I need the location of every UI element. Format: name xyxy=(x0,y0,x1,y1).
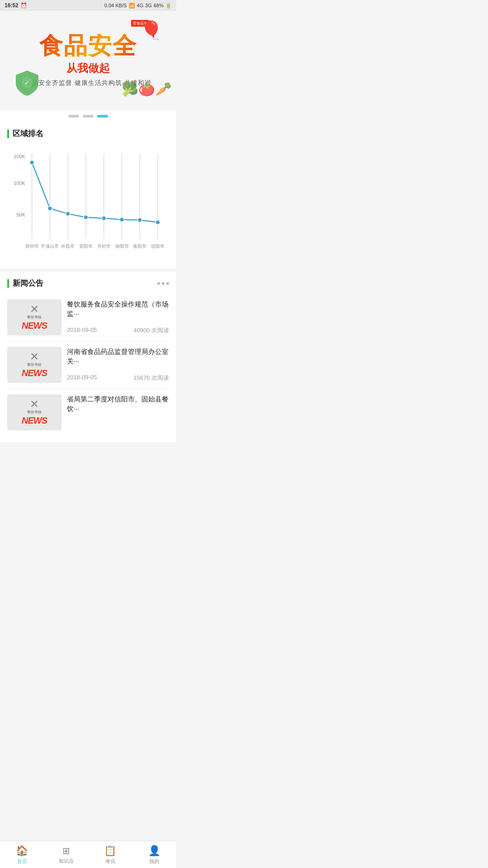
banner-main-text: 食品安全 xyxy=(39,34,137,57)
status-right-area: 0.04 KB/S 📶 4G 3G 68% 🔋 xyxy=(104,3,172,9)
banner-background: 安食品全 🎈 ✓ 食品安全 从我做起 食品安全齐监督 健康生活共构筑 共建和谐 … xyxy=(0,11,176,110)
news-date-2: 2018-09-05 xyxy=(67,374,97,382)
svg-text:平顶山市: 平顶山市 xyxy=(41,244,59,249)
news-title-1: 餐饮服务食品安全操作规范（市场监··· xyxy=(67,299,169,318)
news-title-2: 河南省食品药品监督管理局办公室关··· xyxy=(67,347,169,366)
svg-point-20 xyxy=(155,220,160,225)
vegetables-icon: 🥦🍅🥕 xyxy=(122,81,172,97)
news-content-3: 省局第二季度对信阳市、固始县餐饮··· xyxy=(67,394,169,413)
svg-text:洛阳市: 洛阳市 xyxy=(133,244,146,249)
signal-4g: 4G xyxy=(137,3,144,8)
status-bar: 16:52 ⏰ 0.04 KB/S 📶 4G 3G 68% 🔋 xyxy=(0,0,176,11)
svg-point-17 xyxy=(102,216,106,221)
svg-text:开封市: 开封市 xyxy=(97,244,111,249)
news-thumb-label-top-2: 餐饮考核 xyxy=(22,362,47,367)
news-meta-2: 2018-09-05 15670 次阅读 xyxy=(67,368,169,382)
news-thumb-text-1: NEWS xyxy=(22,321,47,331)
svg-text:许昌市: 许昌市 xyxy=(61,244,75,249)
wifi-icon: 📶 xyxy=(129,3,135,9)
battery-icon: 🔋 xyxy=(165,3,172,9)
banner-dot-2[interactable] xyxy=(83,115,94,118)
banner-dots xyxy=(0,110,176,122)
banner-title-area: 食品安全 从我做起 食品安全齐监督 健康生活共构筑 共建和谐 xyxy=(25,34,151,87)
signal-3g: 3G xyxy=(145,3,152,8)
svg-point-19 xyxy=(137,218,142,222)
news-dot-3 xyxy=(166,282,169,285)
news-item-2[interactable]: ✕ 餐饮考核 NEWS 河南省食品药品监督管理局办公室关··· 2018-09-… xyxy=(7,341,169,389)
banner-dot-1[interactable] xyxy=(68,115,79,118)
network-speed: 0.04 KB/S xyxy=(104,3,127,8)
news-thumb-2: ✕ 餐饮考核 NEWS xyxy=(7,347,61,383)
time-display: 16:52 xyxy=(5,2,19,9)
status-time-area: 16:52 ⏰ xyxy=(5,2,27,9)
news-thumb-text-3: NEWS xyxy=(22,415,47,426)
svg-text:100K: 100K xyxy=(14,180,25,186)
news-thumb-text-2: NEWS xyxy=(22,368,47,378)
news-date-1: 2018-09-05 xyxy=(67,326,97,335)
news-thumb-inner-3: ✕ 餐饮考核 NEWS xyxy=(22,399,47,426)
news-reads-2: 15670 次阅读 xyxy=(133,374,169,382)
news-dot-2 xyxy=(162,282,164,285)
region-ranking-title: 区域排名 xyxy=(7,128,169,139)
banner-balloon-icon: 🎈 xyxy=(140,20,163,41)
news-item-1[interactable]: ✕ 餐饮考核 NEWS 餐饮服务食品安全操作规范（市场监··· 2018-09-… xyxy=(7,294,169,341)
svg-point-14 xyxy=(48,206,52,211)
clock-icon: ⏰ xyxy=(20,2,27,9)
svg-point-13 xyxy=(30,160,34,165)
news-title-bar xyxy=(7,279,9,288)
battery-display: 68% xyxy=(154,3,164,8)
news-section-header: 新闻公告 xyxy=(7,278,169,288)
news-section: 新闻公告 ✕ 餐饮考核 NEWS 餐饮服务食品安全操作规范（市场监··· 201… xyxy=(0,272,176,442)
news-dot-1 xyxy=(157,282,160,285)
news-title-3: 省局第二季度对信阳市、固始县餐饮··· xyxy=(67,394,169,413)
banner-shield-icon: ✓ xyxy=(14,70,41,97)
svg-text:信阳市: 信阳市 xyxy=(151,244,164,249)
news-thumb-3: ✕ 餐饮考核 NEWS xyxy=(7,394,61,430)
news-thumb-inner-1: ✕ 餐饮考核 NEWS xyxy=(22,304,47,331)
news-thumb-label-top-1: 餐饮考核 xyxy=(22,315,47,320)
svg-point-18 xyxy=(120,217,124,222)
svg-text:50K: 50K xyxy=(16,212,25,217)
news-thumb-cross-1: ✕ xyxy=(22,304,47,315)
news-meta-1: 2018-09-05 40900 次阅读 xyxy=(67,321,169,335)
region-ranking-section: 区域排名 100K 100K 50K xyxy=(0,122,176,268)
svg-text:✓: ✓ xyxy=(24,79,30,86)
banner-sub-title: 从我做起 xyxy=(66,61,110,75)
title-bar-decoration xyxy=(7,129,9,138)
banner-dot-3[interactable] xyxy=(97,115,108,118)
chart-svg: 100K 100K 50K xyxy=(7,144,169,262)
news-content-2: 河南省食品药品监督管理局办公室关··· 2018-09-05 15670 次阅读 xyxy=(67,347,169,382)
svg-text:郑州市: 郑州市 xyxy=(25,244,39,249)
news-thumb-cross-2: ✕ xyxy=(22,351,47,362)
news-more-button[interactable] xyxy=(157,282,169,285)
news-thumb-1: ✕ 餐饮考核 NEWS xyxy=(7,299,61,335)
svg-text:安阳市: 安阳市 xyxy=(79,244,93,249)
news-content-1: 餐饮服务食品安全操作规范（市场监··· 2018-09-05 40900 次阅读 xyxy=(67,299,169,335)
news-thumb-label-top-3: 餐饮考核 xyxy=(22,410,47,415)
news-reads-1: 40900 次阅读 xyxy=(133,326,169,335)
svg-text:100K: 100K xyxy=(14,154,25,159)
banner[interactable]: 安食品全 🎈 ✓ 食品安全 从我做起 食品安全齐监督 健康生活共构筑 共建和谐 … xyxy=(0,11,176,110)
svg-point-15 xyxy=(66,212,70,216)
main-content: 安食品全 🎈 ✓ 食品安全 从我做起 食品安全齐监督 健康生活共构筑 共建和谐 … xyxy=(0,11,176,476)
news-section-title: 新闻公告 xyxy=(7,278,43,288)
news-item-3[interactable]: ✕ 餐饮考核 NEWS 省局第二季度对信阳市、固始县餐饮··· xyxy=(7,389,169,436)
svg-text:南阳市: 南阳市 xyxy=(115,244,129,249)
news-thumb-inner-2: ✕ 餐饮考核 NEWS xyxy=(22,351,47,378)
region-chart: 100K 100K 50K xyxy=(7,144,169,262)
svg-point-16 xyxy=(84,215,88,220)
news-thumb-cross-3: ✕ xyxy=(22,399,47,410)
